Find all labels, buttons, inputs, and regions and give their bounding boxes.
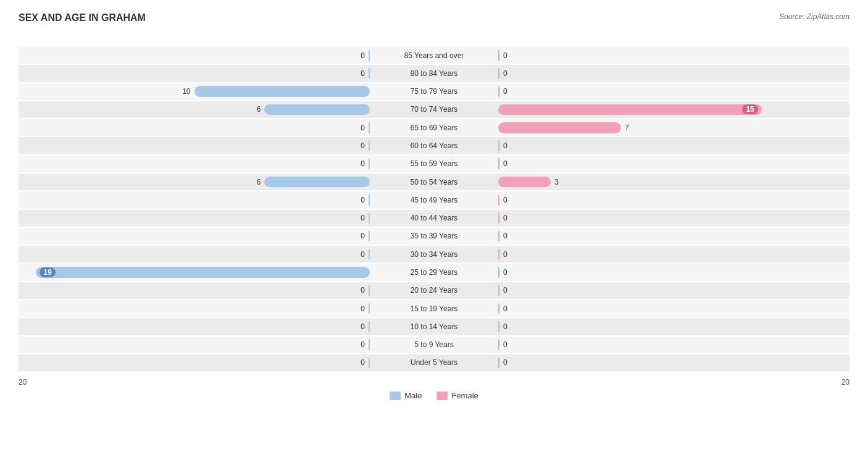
female-value: 0 [503, 358, 507, 367]
female-bar: 0 [498, 231, 499, 242]
female-bar: 0 [498, 358, 499, 369]
male-bar: 0 [369, 140, 370, 151]
male-bar: 0 [369, 249, 370, 260]
male-value: 0 [361, 232, 365, 240]
male-bar-container: 0 [19, 246, 372, 262]
male-value: 0 [361, 286, 365, 295]
female-value: 0 [503, 87, 507, 96]
age-label: 40 to 44 Years [372, 214, 496, 222]
female-bar-container: 0 [496, 264, 849, 280]
male-bar: 0 [369, 68, 370, 79]
bars-wrapper: 085 Years and over0080 to 84 Years01075 … [19, 47, 849, 371]
age-label: 5 to 9 Years [372, 340, 496, 349]
female-bar-container: 0 [496, 300, 849, 317]
female-value: 0 [503, 232, 507, 240]
chart-title: SEX AND AGE IN GRAHAM [19, 12, 849, 23]
female-bar: 0 [498, 140, 499, 151]
female-bar-container: 0 [496, 191, 849, 208]
age-label: Under 5 Years [372, 358, 496, 367]
male-bar: 0 [369, 158, 370, 169]
male-bar: 0 [369, 285, 370, 296]
age-label: 35 to 39 Years [372, 232, 496, 240]
male-value: 0 [361, 250, 365, 259]
female-value-highlight: 15 [742, 104, 757, 114]
male-bar: 0 [369, 122, 370, 133]
male-bar-container: 0 [19, 65, 372, 82]
table-row: 035 to 39 Years0 [19, 228, 849, 245]
male-value: 0 [361, 124, 365, 132]
male-bar-container: 6 [19, 174, 372, 190]
male-value: 10 [182, 87, 190, 96]
female-value: 0 [503, 214, 507, 222]
male-bar: 0 [369, 303, 370, 314]
table-row: 060 to 64 Years0 [19, 137, 849, 154]
female-bar: 0 [498, 285, 499, 296]
legend-female: Female [436, 391, 478, 400]
male-bar-container: 0 [19, 156, 372, 172]
female-bar-container: 0 [496, 282, 849, 299]
age-label: 60 to 64 Years [372, 141, 496, 150]
male-bar-container: 0 [19, 119, 372, 136]
male-bar-container: 0 [19, 210, 372, 227]
male-value: 6 [257, 178, 261, 187]
table-row: 015 to 19 Years0 [19, 300, 849, 317]
table-row: 670 to 74 Years15 [19, 101, 849, 118]
male-value: 0 [361, 196, 365, 204]
female-bar: 0 [498, 50, 499, 61]
female-value: 0 [503, 286, 507, 295]
female-value: 0 [503, 141, 507, 150]
female-value: 7 [625, 124, 629, 132]
axis-right-label: 20 [841, 378, 849, 387]
table-row: 0Under 5 Years0 [19, 354, 849, 371]
age-label: 10 to 14 Years [372, 322, 496, 331]
legend-male-box [390, 392, 401, 400]
source-text: Source: ZipAtlas.com [779, 12, 849, 21]
female-bar-container: 0 [496, 246, 849, 262]
male-value: 0 [361, 51, 365, 60]
table-row: 020 to 24 Years0 [19, 282, 849, 299]
male-value: 0 [361, 340, 365, 349]
male-bar: 10 [194, 86, 370, 97]
female-value: 0 [503, 268, 507, 277]
age-label: 30 to 34 Years [372, 250, 496, 259]
table-row: 055 to 59 Years0 [19, 156, 849, 172]
female-bar: 0 [498, 267, 499, 278]
male-bar-container: 0 [19, 282, 372, 299]
female-bar-container: 0 [496, 318, 849, 335]
male-bar-container: 0 [19, 300, 372, 317]
legend: Male Female [390, 391, 478, 400]
table-row: 650 to 54 Years3 [19, 174, 849, 190]
female-bar: 3 [498, 177, 551, 188]
chart-area: 085 Years and over0080 to 84 Years01075 … [19, 28, 849, 405]
female-value: 0 [503, 51, 507, 60]
table-row: 05 to 9 Years0 [19, 337, 849, 353]
male-value: 0 [361, 159, 365, 168]
male-value: 0 [361, 141, 365, 150]
female-bar: 7 [498, 122, 621, 133]
age-label: 65 to 69 Years [372, 124, 496, 132]
female-value: 0 [503, 322, 507, 331]
legend-male: Male [390, 391, 422, 400]
age-label: 50 to 54 Years [372, 178, 496, 187]
female-bar: 15 [498, 104, 762, 115]
male-bar: 19 [36, 267, 370, 278]
male-value: 0 [361, 358, 365, 367]
table-row: 1925 to 29 Years0 [19, 264, 849, 280]
male-bar-container: 0 [19, 318, 372, 335]
age-label: 15 to 19 Years [372, 304, 496, 313]
male-bar-container: 0 [19, 191, 372, 208]
female-bar: 0 [498, 68, 499, 79]
female-bar-container: 0 [496, 65, 849, 82]
male-bar-container: 6 [19, 101, 372, 118]
axis-labels: 20 20 [19, 378, 849, 387]
table-row: 080 to 84 Years0 [19, 65, 849, 82]
female-bar-container: 7 [496, 119, 849, 136]
female-bar: 0 [498, 249, 499, 260]
female-bar-container: 0 [496, 337, 849, 353]
male-value-highlight: 19 [40, 267, 55, 277]
male-value: 0 [361, 322, 365, 331]
male-value: 0 [361, 69, 365, 78]
table-row: 040 to 44 Years0 [19, 210, 849, 227]
female-bar: 0 [498, 195, 499, 206]
male-bar: 0 [369, 212, 370, 224]
